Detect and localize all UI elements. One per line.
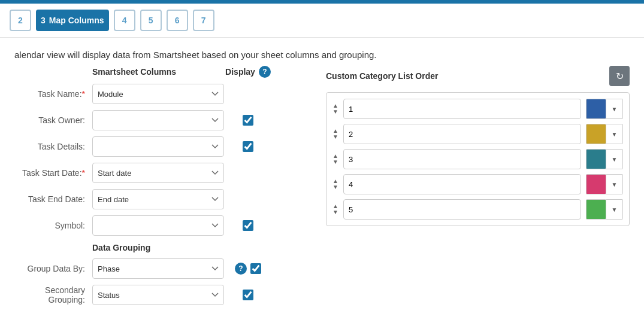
task-details-row: Task Details: bbox=[14, 136, 302, 157]
color-dropdown-1[interactable]: ▼ bbox=[606, 99, 623, 119]
color-group-1: ▼ bbox=[586, 99, 623, 119]
sort-arrows-5[interactable]: ▲ ▼ bbox=[332, 203, 338, 215]
category-input-1[interactable] bbox=[343, 99, 581, 119]
secondary-grouping-display-checkbox[interactable] bbox=[243, 290, 253, 300]
color-dropdown-5[interactable]: ▼ bbox=[606, 199, 623, 220]
task-name-select[interactable]: Module bbox=[92, 84, 224, 104]
group-data-by-label: Group Data By: bbox=[14, 264, 92, 273]
secondary-grouping-label: Secondary Grouping: bbox=[14, 285, 92, 304]
display-help-icon[interactable]: ? bbox=[259, 66, 271, 78]
category-input-3[interactable] bbox=[343, 149, 581, 169]
step-3-number: 3 bbox=[41, 16, 46, 25]
task-name-row: Task Name:* Module bbox=[14, 84, 302, 104]
sort-arrows-2[interactable]: ▲ ▼ bbox=[332, 128, 338, 140]
step-2[interactable]: 2 bbox=[10, 10, 31, 31]
list-item: ▲ ▼ ▼ bbox=[332, 199, 623, 220]
sort-arrows-1[interactable]: ▲ ▼ bbox=[332, 103, 338, 115]
task-details-display-checkbox[interactable] bbox=[243, 141, 253, 152]
color-dropdown-3[interactable]: ▼ bbox=[606, 149, 623, 169]
task-details-label: Task Details: bbox=[14, 142, 92, 151]
task-owner-label: Task Owner: bbox=[14, 115, 92, 125]
task-start-date-select[interactable]: Start date bbox=[92, 163, 224, 183]
secondary-grouping-row: Secondary Grouping: Status bbox=[14, 285, 302, 305]
symbol-row: Symbol: bbox=[14, 215, 302, 236]
color-swatch-5[interactable] bbox=[586, 199, 606, 220]
down-arrow-5[interactable]: ▼ bbox=[332, 209, 338, 215]
task-owner-select[interactable] bbox=[92, 110, 224, 130]
sort-arrows-4[interactable]: ▲ ▼ bbox=[332, 178, 338, 190]
task-details-select[interactable] bbox=[92, 136, 224, 157]
task-end-date-select[interactable]: End date bbox=[92, 189, 224, 209]
color-swatch-4[interactable] bbox=[586, 174, 606, 194]
list-item: ▲ ▼ ▼ bbox=[332, 124, 623, 144]
display-label: Display bbox=[225, 67, 255, 77]
task-start-date-label: Task Start Date:* bbox=[14, 168, 92, 178]
color-group-4: ▼ bbox=[586, 174, 623, 194]
step-3-label: Map Columns bbox=[49, 16, 104, 25]
sort-arrows-3[interactable]: ▲ ▼ bbox=[332, 153, 338, 165]
right-panel-title: Custom Category List Order bbox=[326, 71, 438, 81]
group-data-by-help-icon[interactable]: ? bbox=[235, 263, 247, 275]
smartsheet-columns-header: Smartsheet Columns bbox=[92, 67, 224, 77]
data-grouping-header: Data Grouping bbox=[14, 243, 302, 252]
color-swatch-2[interactable] bbox=[586, 124, 606, 144]
down-arrow-2[interactable]: ▼ bbox=[332, 134, 338, 140]
step-3[interactable]: 3 Map Columns bbox=[36, 10, 109, 31]
group-data-by-row: Group Data By: Phase ? bbox=[14, 258, 302, 279]
display-header: Display ? bbox=[224, 66, 272, 78]
task-name-label: Task Name:* bbox=[14, 89, 92, 99]
color-swatch-1[interactable] bbox=[586, 99, 606, 119]
task-owner-display-checkbox[interactable] bbox=[243, 115, 253, 126]
color-dropdown-4[interactable]: ▼ bbox=[606, 174, 623, 194]
task-start-date-row: Task Start Date:* Start date bbox=[14, 163, 302, 183]
secondary-grouping-select[interactable]: Status bbox=[92, 285, 224, 305]
color-group-3: ▼ bbox=[586, 149, 623, 169]
main-content: Smartsheet Columns Display ? Task Name:*… bbox=[0, 66, 644, 323]
wizard-nav: 2 3 Map Columns 4 5 6 7 bbox=[0, 4, 644, 38]
step-4[interactable]: 4 bbox=[114, 10, 135, 31]
color-group-5: ▼ bbox=[586, 199, 623, 220]
right-panel-header: Custom Category List Order ↻ bbox=[326, 66, 630, 86]
group-data-by-display-checkbox[interactable] bbox=[250, 263, 261, 274]
down-arrow-1[interactable]: ▼ bbox=[332, 109, 338, 115]
color-swatch-3[interactable] bbox=[586, 149, 606, 169]
form-section: Smartsheet Columns Display ? Task Name:*… bbox=[14, 66, 302, 311]
step-5[interactable]: 5 bbox=[140, 10, 162, 31]
list-item: ▲ ▼ ▼ bbox=[332, 149, 623, 169]
refresh-button[interactable]: ↻ bbox=[609, 66, 630, 86]
right-panel: Custom Category List Order ↻ ▲ ▼ ▼ ▲ bbox=[326, 66, 630, 311]
color-dropdown-2[interactable]: ▼ bbox=[606, 124, 623, 144]
color-group-2: ▼ bbox=[586, 124, 623, 144]
symbol-label: Symbol: bbox=[14, 221, 92, 230]
category-list: ▲ ▼ ▼ ▲ ▼ ▼ bbox=[326, 92, 630, 226]
category-input-2[interactable] bbox=[343, 124, 581, 144]
down-arrow-3[interactable]: ▼ bbox=[332, 159, 338, 165]
task-end-date-label: Task End Date: bbox=[14, 194, 92, 204]
symbol-select[interactable] bbox=[92, 215, 224, 236]
task-end-date-row: Task End Date: End date bbox=[14, 189, 302, 209]
step-6[interactable]: 6 bbox=[167, 10, 188, 31]
list-item: ▲ ▼ ▼ bbox=[332, 174, 623, 194]
down-arrow-4[interactable]: ▼ bbox=[332, 184, 338, 190]
group-data-by-select[interactable]: Phase bbox=[92, 258, 224, 279]
symbol-display-checkbox[interactable] bbox=[243, 220, 253, 231]
category-input-4[interactable] bbox=[343, 174, 581, 194]
task-owner-row: Task Owner: bbox=[14, 110, 302, 130]
category-input-5[interactable] bbox=[343, 199, 581, 220]
step-7[interactable]: 7 bbox=[193, 10, 214, 31]
list-item: ▲ ▼ ▼ bbox=[332, 99, 623, 119]
description: alendar view will display data from Smar… bbox=[0, 38, 644, 66]
